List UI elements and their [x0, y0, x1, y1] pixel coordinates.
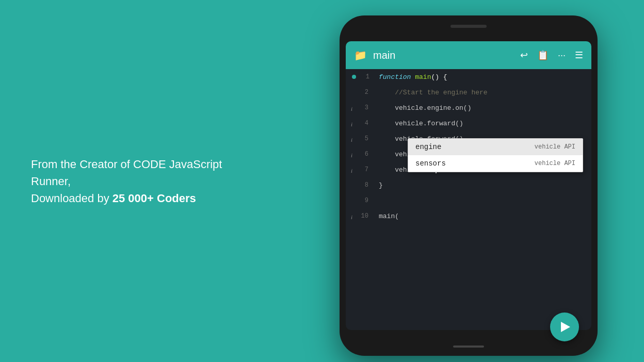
- phone-shell: 📁 main ↩ 📋 ··· ☰ 1function main() {2 //S…: [340, 15, 598, 356]
- code-line: i3 vehicle.engine.on(): [346, 100, 591, 116]
- phone-speaker: [450, 25, 487, 28]
- menu-icon[interactable]: ☰: [575, 50, 583, 61]
- code-line: 8}: [346, 177, 591, 193]
- phone-screen: 📁 main ↩ 📋 ··· ☰ 1function main() {2 //S…: [346, 41, 591, 330]
- code-line: 9: [346, 193, 591, 208]
- toolbar-title: main: [373, 50, 514, 61]
- home-indicator: [453, 345, 484, 348]
- undo-icon[interactable]: ↩: [520, 50, 528, 61]
- left-panel: From the Creator of CODE JavaScript Runn…: [31, 156, 248, 207]
- code-line: 2 //Start the engine here: [346, 85, 591, 100]
- code-line: 1function main() {: [346, 69, 591, 85]
- play-icon: [561, 322, 570, 332]
- code-line: i10main(: [346, 208, 591, 224]
- autocomplete-dropdown: enginevehicle APIsensorsvehicle API: [408, 138, 583, 172]
- tagline-prefix: Downloaded by: [31, 192, 112, 205]
- app-toolbar: 📁 main ↩ 📋 ··· ☰: [346, 41, 591, 69]
- toolbar-icons: ↩ 📋 ··· ☰: [520, 50, 583, 61]
- tagline-bold: 25 000+ Coders: [112, 192, 196, 205]
- autocomplete-item[interactable]: sensorsvehicle API: [408, 155, 583, 172]
- code-line: i4 vehicle.forward(): [346, 116, 591, 131]
- clipboard-icon[interactable]: 📋: [537, 50, 549, 61]
- play-button[interactable]: [550, 312, 579, 341]
- tagline-line1: From the Creator of CODE JavaScript Runn…: [31, 156, 248, 190]
- more-icon[interactable]: ···: [558, 50, 566, 61]
- tagline-line2: Downloaded by 25 000+ Coders: [31, 190, 248, 207]
- phone-container: 📁 main ↩ 📋 ··· ☰ 1function main() {2 //S…: [324, 15, 613, 362]
- folder-icon: 📁: [354, 49, 367, 61]
- autocomplete-item[interactable]: enginevehicle API: [408, 139, 583, 155]
